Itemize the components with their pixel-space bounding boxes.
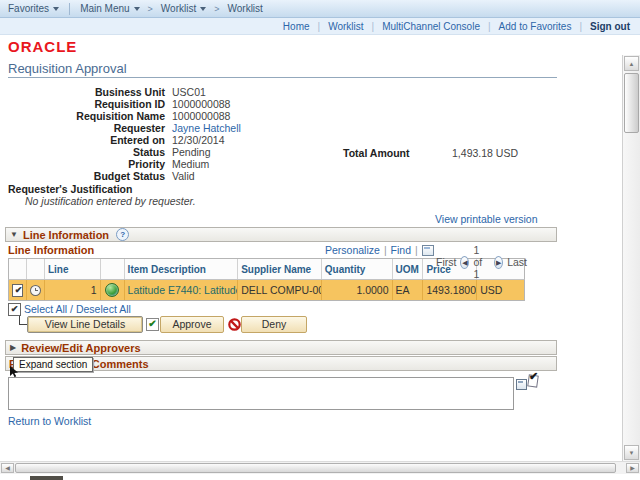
grid-toolbar: Line Information Personalize | Find | Fi… — [8, 244, 525, 258]
cell-price: 1493.18000 — [423, 280, 477, 300]
breadcrumb-worklist[interactable]: Worklist — [161, 3, 206, 14]
last-link[interactable]: Last — [507, 256, 527, 268]
total-amount-label: Total Amount — [343, 147, 410, 159]
deny-button[interactable]: Deny — [241, 316, 307, 333]
cell-uom: EA — [393, 280, 424, 300]
divider: | — [579, 21, 582, 32]
return-to-worklist-link[interactable]: Return to Worklist — [8, 415, 91, 427]
column-header-supplier-name[interactable]: Supplier Name — [238, 259, 322, 279]
column-header-line[interactable]: Line — [45, 259, 101, 279]
total-amount-value: 1,493.18 USD — [430, 147, 518, 159]
worklist-link[interactable]: Worklist — [328, 21, 363, 32]
help-icon[interactable]: ? — [116, 228, 129, 241]
taskbar-fragment — [30, 476, 63, 480]
deny-prohibition-icon — [228, 318, 241, 331]
field-label: Business Unit — [5, 86, 165, 98]
next-row-icon[interactable]: ▶ — [494, 256, 503, 269]
field-label: Budget Status — [5, 170, 165, 182]
personalize-link[interactable]: Personalize — [325, 244, 380, 256]
field-value: 1000000088 — [172, 98, 230, 110]
cell-supplier-name: DELL COMPU-001 — [238, 280, 322, 300]
approve-button[interactable]: Approve — [160, 316, 224, 333]
spellcheck-icon[interactable]: ✔ — [527, 373, 541, 387]
requester-link[interactable]: Jayne Hatchell — [172, 122, 241, 134]
field-value: Medium — [172, 158, 209, 170]
row-select-checkbox[interactable]: ✔ — [12, 284, 23, 297]
approver-comments-input[interactable] — [8, 377, 514, 410]
cell-quantity: 1.0000 — [322, 280, 393, 300]
column-header-quantity[interactable]: Quantity — [322, 259, 393, 279]
divider: | — [384, 244, 387, 256]
breadcrumb: Favorites Main Menu > Worklist > Worklis… — [0, 0, 640, 18]
breadcrumb-worklist-current: Worklist — [228, 3, 263, 14]
expand-triangle-icon[interactable]: ▶ — [10, 344, 16, 352]
column-header-uom[interactable]: UOM — [393, 259, 424, 279]
horizontal-scrollbar-thumb[interactable] — [15, 463, 616, 473]
divider: | — [488, 21, 491, 32]
table-row: ✔ 1 Latitude E7440: Latitude E74... DELL… — [8, 280, 525, 301]
status-column-header — [27, 259, 45, 279]
field-value: Pending — [172, 146, 211, 158]
justification-text: No justification entered by requester. — [25, 195, 196, 207]
horizontal-scrollbar[interactable]: ◀ ▶ — [0, 461, 640, 474]
line-information-section-bar[interactable]: ▼ Line Information ? — [5, 227, 557, 242]
breadcrumb-worklist-label: Worklist — [161, 3, 196, 14]
item-info-column-header — [101, 259, 125, 279]
previous-row-icon[interactable]: ◀ — [460, 256, 469, 269]
vertical-scrollbar-thumb[interactable] — [624, 73, 639, 133]
expand-section-tooltip: Expand section — [13, 357, 93, 372]
select-column-header — [9, 259, 27, 279]
column-header-item-description[interactable]: Item Description — [125, 259, 239, 279]
view-printable-version-link[interactable]: View printable version — [435, 213, 538, 225]
scroll-up-icon[interactable]: ▲ — [624, 56, 639, 71]
divider: | — [415, 244, 418, 256]
divider: | — [318, 21, 321, 32]
select-all-deselect-all-link[interactable]: Select All / Deselect All — [24, 303, 131, 315]
scroll-left-icon[interactable]: ◀ — [1, 463, 14, 473]
breadcrumb-favorites[interactable]: Favorites — [8, 3, 59, 14]
section-title: Line Information — [23, 229, 109, 241]
download-to-excel-icon[interactable] — [422, 245, 434, 256]
review-edit-approvers-section-bar[interactable]: ▶ Review/Edit Approvers — [5, 340, 557, 355]
field-label: Entered on — [5, 134, 165, 146]
cell-line-number: 1 — [45, 280, 101, 300]
select-all-checkbox[interactable]: ✔ — [8, 303, 21, 316]
breadcrumb-favorites-label: Favorites — [8, 3, 49, 14]
field-value: USC01 — [172, 86, 206, 98]
field-label: Requisition Name — [5, 110, 165, 122]
item-description-link[interactable]: Latitude E7440: Latitude E74... — [128, 284, 239, 296]
chevron-down-icon — [200, 7, 206, 11]
field-value: 12/30/2014 — [172, 134, 225, 146]
breadcrumb-separator-icon: > — [148, 4, 153, 14]
divider — [69, 3, 70, 15]
approve-check-icon: ✔ — [146, 318, 159, 331]
title-rule — [8, 77, 557, 78]
multichannel-console-link[interactable]: MultiChannel Console — [382, 21, 480, 32]
add-to-favorites-link[interactable]: Add to Favorites — [499, 21, 572, 32]
breadcrumb-main-menu[interactable]: Main Menu — [80, 3, 139, 14]
sign-out-link[interactable]: Sign out — [590, 21, 630, 32]
item-globe-icon[interactable] — [105, 283, 119, 297]
zoom-comments-icon[interactable] — [516, 379, 527, 390]
field-value: Valid — [172, 170, 195, 182]
home-link[interactable]: Home — [283, 21, 310, 32]
logo-row: ORACLE — [0, 35, 640, 55]
checkmark-icon: ✔ — [529, 370, 538, 383]
oracle-logo: ORACLE — [8, 38, 77, 55]
requisition-approval-screen: Favorites Main Menu > Worklist > Worklis… — [0, 0, 640, 480]
line-information-grid: Line Information Personalize | Find | Fi… — [8, 244, 525, 301]
checkmark-icon: ✔ — [147, 317, 158, 330]
find-link[interactable]: Find — [391, 244, 411, 256]
first-link[interactable]: First — [436, 256, 456, 268]
scroll-down-icon[interactable]: ▼ — [624, 445, 639, 460]
scroll-right-icon[interactable]: ▶ — [626, 463, 639, 473]
field-label: Status — [5, 146, 165, 158]
row-position: 1 of 1 — [473, 244, 490, 280]
breadcrumb-main-menu-label: Main Menu — [80, 3, 129, 14]
vertical-scrollbar[interactable]: ▲ ▼ — [622, 55, 640, 461]
page-title: Requisition Approval — [8, 61, 127, 76]
collapse-triangle-icon[interactable]: ▼ — [10, 231, 18, 239]
view-line-details-button[interactable]: View Line Details — [27, 316, 143, 333]
chevron-down-icon — [134, 7, 140, 11]
header-links-bar: Home | Worklist | MultiChannel Console |… — [0, 18, 640, 35]
